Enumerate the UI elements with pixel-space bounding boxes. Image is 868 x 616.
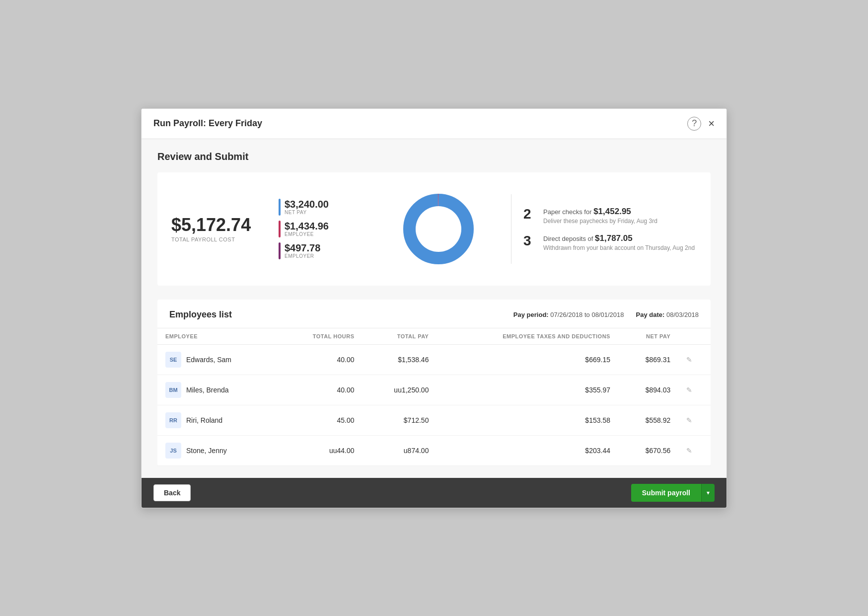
- net-pay-2: $558.92: [618, 405, 678, 435]
- employee-amount: $1,434.96: [285, 221, 329, 231]
- modal-footer: Back Submit payroll ▾: [142, 478, 726, 508]
- summary-card: $5,172.74 TOTAL PAYROLL COST $3,240.00 N…: [157, 172, 711, 286]
- header-actions: ? ×: [687, 117, 715, 131]
- total-pay-2: $712.50: [362, 405, 436, 435]
- divider: [511, 194, 511, 264]
- edit-icon-1[interactable]: ✎: [686, 386, 692, 394]
- employee-cell-2: RR Riri, Roland: [157, 405, 278, 435]
- breakdown-block: $3,240.00 NET PAY $1,434.96 EMPLOYEE $49…: [279, 199, 378, 259]
- col-total-pay: TOTAL PAY: [362, 328, 436, 344]
- donut-chart: [394, 184, 483, 274]
- paper-checks-primary: Paper checks for $1,452.95: [543, 207, 657, 217]
- pay-date: Pay date: 08/03/2018: [636, 311, 699, 318]
- breakdown-employee: $1,434.96 EMPLOYEE: [279, 221, 378, 237]
- employee-name-1: Miles, Brenda: [186, 386, 229, 394]
- modal-header: Run Payroll: Every Friday ? ×: [142, 109, 726, 139]
- direct-deposits-secondary: Withdrawn from your bank account on Thur…: [543, 244, 695, 251]
- net-pay-3: $670.56: [618, 435, 678, 465]
- review-submit-title: Review and Submit: [157, 151, 711, 162]
- taxes-0: $669.15: [436, 344, 618, 375]
- employee-cell-1: BM Miles, Brenda: [157, 375, 278, 405]
- submit-button-group: Submit payroll ▾: [631, 484, 715, 502]
- submit-dropdown-button[interactable]: ▾: [701, 484, 715, 502]
- net-pay-bar: [279, 199, 281, 216]
- avatar-2: RR: [165, 412, 181, 428]
- employer-label: EMPLOYER: [285, 253, 320, 259]
- edit-cell-1[interactable]: ✎: [678, 375, 711, 405]
- avatar-3: JS: [165, 443, 181, 459]
- net-pay-1: $894.03: [618, 375, 678, 405]
- net-pay-label: NET PAY: [285, 210, 329, 215]
- pay-period: Pay period: 07/26/2018 to 08/01/2018: [513, 311, 624, 318]
- col-taxes: EMPLOYEE TAXES AND DEDUCTIONS: [436, 328, 618, 344]
- close-button[interactable]: ×: [708, 118, 715, 129]
- table-header-row: EMPLOYEE TOTAL HOURS TOTAL PAY EMPLOYEE …: [157, 328, 711, 344]
- paper-checks-secondary: Deliver these paychecks by Friday, Aug 3…: [543, 218, 657, 225]
- paper-checks-item: 2 Paper checks for $1,452.95 Deliver the…: [523, 207, 697, 225]
- net-pay-0: $869.31: [618, 344, 678, 375]
- submit-payroll-button[interactable]: Submit payroll: [631, 484, 701, 502]
- table-row: RR Riri, Roland 45.00 $712.50 $153.58 $5…: [157, 405, 711, 435]
- edit-icon-0[interactable]: ✎: [686, 356, 692, 364]
- total-cost-amount: $5,172.74: [171, 215, 271, 235]
- edit-cell-2[interactable]: ✎: [678, 405, 711, 435]
- direct-deposits-number: 3: [523, 233, 535, 249]
- employees-title: Employees list: [169, 309, 232, 320]
- back-button[interactable]: Back: [153, 484, 191, 501]
- total-cost-block: $5,172.74 TOTAL PAYROLL COST: [171, 215, 271, 243]
- edit-cell-3[interactable]: ✎: [678, 435, 711, 465]
- total-cost-label: TOTAL PAYROLL COST: [171, 236, 271, 242]
- employees-section: Employees list Pay period: 07/26/2018 to…: [157, 300, 711, 466]
- total-pay-3: u874.00: [362, 435, 436, 465]
- net-pay-amount: $3,240.00: [285, 199, 329, 210]
- breakdown-net-pay: $3,240.00 NET PAY: [279, 199, 378, 216]
- edit-cell-0[interactable]: ✎: [678, 344, 711, 375]
- table-row: SE Edwards, Sam 40.00 $1,538.46 $669.15 …: [157, 344, 711, 375]
- employee-cell-3: JS Stone, Jenny: [157, 435, 278, 465]
- taxes-3: $203.44: [436, 435, 618, 465]
- table-row: BM Miles, Brenda 40.00 uu1,250.00 $355.9…: [157, 375, 711, 405]
- run-payroll-modal: Run Payroll: Every Friday ? × Review and…: [141, 108, 727, 508]
- hours-2: 45.00: [278, 405, 362, 435]
- modal-body: Review and Submit $5,172.74 TOTAL PAYROL…: [142, 139, 726, 478]
- breakdown-employer: $497.78 EMPLOYER: [279, 242, 378, 259]
- employer-bar: [279, 242, 281, 259]
- modal-title: Run Payroll: Every Friday: [153, 118, 262, 129]
- taxes-1: $355.97: [436, 375, 618, 405]
- employee-name-3: Stone, Jenny: [186, 447, 227, 455]
- employee-name-0: Edwards, Sam: [186, 356, 231, 364]
- payment-methods: 2 Paper checks for $1,452.95 Deliver the…: [523, 207, 697, 251]
- svg-point-3: [416, 206, 461, 252]
- taxes-2: $153.58: [436, 405, 618, 435]
- edit-icon-2[interactable]: ✎: [686, 416, 692, 424]
- col-net-pay: NET PAY: [618, 328, 678, 344]
- employee-label: EMPLOYEE: [285, 231, 329, 237]
- avatar-0: SE: [165, 352, 181, 368]
- direct-deposits-primary: Direct deposits of $1,787.05: [543, 233, 695, 243]
- employees-table: EMPLOYEE TOTAL HOURS TOTAL PAY EMPLOYEE …: [157, 328, 711, 466]
- table-row: JS Stone, Jenny uu44.00 u874.00 $203.44 …: [157, 435, 711, 465]
- hours-3: uu44.00: [278, 435, 362, 465]
- employee-name-2: Riri, Roland: [186, 416, 222, 424]
- hours-1: 40.00: [278, 375, 362, 405]
- total-pay-0: $1,538.46: [362, 344, 436, 375]
- avatar-1: BM: [165, 382, 181, 398]
- total-pay-1: uu1,250.00: [362, 375, 436, 405]
- employee-cell-0: SE Edwards, Sam: [157, 344, 278, 375]
- employees-meta: Pay period: 07/26/2018 to 08/01/2018 Pay…: [513, 311, 699, 318]
- employees-header: Employees list Pay period: 07/26/2018 to…: [157, 309, 711, 328]
- employer-amount: $497.78: [285, 242, 320, 253]
- help-button[interactable]: ?: [687, 117, 701, 131]
- edit-icon-3[interactable]: ✎: [686, 447, 692, 455]
- col-employee: EMPLOYEE: [157, 328, 278, 344]
- direct-deposits-item: 3 Direct deposits of $1,787.05 Withdrawn…: [523, 233, 697, 251]
- employee-bar: [279, 221, 281, 237]
- col-actions: [678, 328, 711, 344]
- hours-0: 40.00: [278, 344, 362, 375]
- col-hours: TOTAL HOURS: [278, 328, 362, 344]
- paper-checks-number: 2: [523, 207, 535, 222]
